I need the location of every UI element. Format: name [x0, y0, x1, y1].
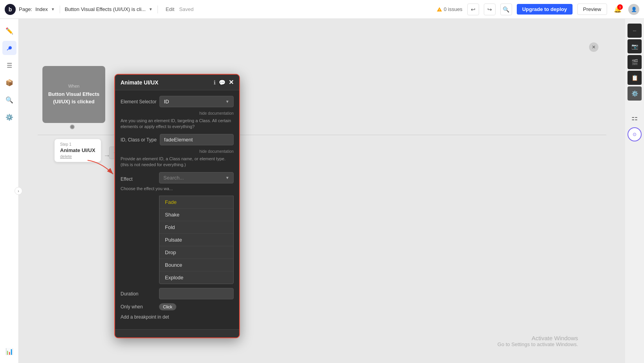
id-class-input[interactable] — [160, 134, 234, 145]
effect-option-bounce[interactable]: Bounce — [159, 259, 233, 271]
sidebar-collapse-button[interactable]: › — [15, 187, 22, 195]
page-selector[interactable]: Page: Index ▼ — [19, 6, 55, 12]
right-circle-button[interactable]: ⊙ — [628, 127, 642, 141]
preview-button[interactable]: Preview — [577, 4, 607, 15]
duration-input[interactable] — [159, 288, 234, 299]
duration-control — [159, 288, 234, 299]
warning-icon — [437, 7, 442, 12]
effect-search-dropdown[interactable]: Search... ▼ — [159, 172, 234, 183]
user-avatar[interactable]: 👤 — [628, 4, 639, 15]
animate-uiux-modal: Animate UI/UX ℹ 💬 ✕ Element Selector ID … — [114, 74, 240, 338]
effect-option-drop[interactable]: Drop — [159, 246, 233, 259]
page-name: Index — [35, 6, 48, 12]
right-apps-button[interactable]: ⚏ — [628, 111, 642, 125]
step-delete-link[interactable]: delete — [60, 154, 95, 159]
edit-label: Edit — [166, 6, 174, 12]
element-selector-dropdown[interactable]: ID ▼ — [159, 96, 234, 107]
when-block: When Button Visual Effects (UI/UX) is cl… — [42, 66, 105, 123]
sidebar-item-pen[interactable]: ✏️ — [2, 24, 16, 38]
modal-close-button[interactable]: ✕ — [229, 79, 234, 86]
comment-icon[interactable]: 💬 — [219, 79, 225, 86]
windows-line1: Activate Windows — [498, 335, 578, 341]
sidebar-item-analytics[interactable]: 📊 — [2, 344, 16, 358]
hide-doc-2[interactable]: hide documentation — [121, 149, 234, 154]
right-tool-video[interactable]: 🎬 — [628, 55, 642, 69]
effect-option-shake[interactable]: Shake — [159, 209, 233, 221]
saved-status: Saved — [179, 6, 194, 12]
deploy-button[interactable]: Upgrade to deploy — [517, 4, 573, 15]
id-class-label: ID, Class or Type — [121, 134, 157, 143]
redo-button[interactable]: ↪ — [484, 4, 496, 15]
effect-option-fold[interactable]: Fold — [159, 221, 233, 234]
search-button[interactable]: 🔍 — [500, 4, 512, 15]
windows-activate: Activate Windows Go to Settings to activ… — [498, 335, 578, 347]
undo-button[interactable]: ↩ — [467, 4, 479, 15]
notifications-button[interactable]: 🔔 1 — [612, 4, 624, 15]
modal-header: Animate UI/UX ℹ 💬 ✕ — [115, 75, 239, 90]
doc-text-1: Are you using an element ID, targeting a… — [121, 118, 234, 130]
click-badge[interactable]: Click — [159, 303, 176, 310]
canvas-close-button[interactable]: ✕ — [589, 42, 598, 52]
topbar-divider-2 — [157, 6, 158, 13]
project-selector[interactable]: Button Visual Effects (UI/UX) is cli... … — [65, 6, 153, 12]
step-block: Step 1 Animate UI/UX delete — [54, 139, 101, 162]
topbar-right: 0 issues ↩ ↪ 🔍 Upgrade to deploy Preview… — [437, 4, 639, 15]
project-name: Button Visual Effects (UI/UX) is cli... — [65, 6, 146, 12]
id-class-row: ID, Class or Type — [121, 134, 234, 145]
modal-title: Animate UI/UX — [121, 79, 158, 86]
issues-indicator[interactable]: 0 issues — [437, 6, 463, 12]
only-when-row: Only when Click — [121, 303, 234, 310]
element-selector-label: Element Selector — [121, 96, 156, 104]
element-selector-value: ID — [164, 99, 169, 104]
modal-footer — [115, 329, 239, 337]
doc-text-2: Provide an element ID, a Class name, or … — [121, 156, 234, 168]
sidebar-item-interactions[interactable] — [2, 41, 16, 55]
effect-search-placeholder: Search... — [163, 175, 184, 181]
hide-doc-1[interactable]: hide documentation — [121, 111, 234, 116]
page-label: Page: — [19, 6, 32, 12]
sidebar-item-layers[interactable]: ☰ — [2, 58, 16, 72]
when-label: When — [68, 84, 80, 88]
info-icon[interactable]: ℹ — [214, 79, 216, 86]
interactions-icon — [6, 44, 13, 51]
breakpoint-row: Add a breakpoint in det — [121, 314, 234, 320]
sidebar-item-components[interactable]: 📦 — [2, 75, 16, 90]
effect-dropdown-arrow: ▼ — [225, 176, 229, 180]
page-dropdown-icon[interactable]: ▼ — [51, 7, 55, 11]
sidebar-item-search[interactable]: 🔍 — [2, 93, 16, 107]
windows-line2: Go to Settings to activate Windows. — [498, 341, 578, 347]
right-mini-tools: ··· 📷 🎬 📋 ⚙️ — [628, 24, 642, 101]
effect-row: Effect Search... ▼ — [121, 172, 234, 183]
step-label: Step 1 — [60, 142, 95, 147]
right-tool-settings[interactable]: ⚙️ — [628, 86, 642, 101]
app-logo[interactable]: b — [5, 4, 16, 15]
notif-badge: 1 — [617, 4, 623, 10]
topbar: b Page: Index ▼ Button Visual Effects (U… — [0, 0, 644, 19]
connector-dot — [70, 125, 75, 129]
right-mini-sidebar: ··· 📷 🎬 📋 ⚙️ ⚏ ⊙ — [625, 19, 644, 363]
duration-row: Duration — [121, 288, 234, 299]
breakpoint-label: Add a breakpoint in det — [121, 314, 169, 320]
right-tool-camera[interactable]: 📷 — [628, 39, 642, 53]
when-text: Button Visual Effects (UI/UX) is clicked — [42, 91, 105, 105]
only-when-label: Only when — [121, 304, 156, 310]
effect-option-fade[interactable]: Fade — [159, 196, 233, 209]
choose-effect-text: Choose the effect you wa... — [121, 186, 234, 192]
step-name: Animate UI/UX — [60, 147, 95, 153]
effect-option-explode[interactable]: Explode — [159, 271, 233, 284]
modal-body: Element Selector ID ▼ hide documentation… — [115, 90, 239, 329]
effect-dropdown-list: Fade Shake Fold Pulsate Drop Bounce Expl… — [159, 196, 234, 284]
element-selector-control: ID ▼ — [159, 96, 234, 107]
issues-count: 0 issues — [444, 6, 463, 12]
modal-header-icons: ℹ 💬 ✕ — [214, 79, 234, 86]
left-sidebar: ✏️ ☰ 📦 🔍 ⚙️ 📊 › — [0, 19, 19, 363]
effect-section: Effect Search... ▼ Choose the effect you… — [121, 172, 234, 284]
sidebar-item-settings[interactable]: ⚙️ — [2, 110, 16, 124]
right-tool-expand[interactable]: ··· — [628, 24, 642, 38]
element-selector-arrow: ▼ — [225, 99, 229, 104]
duration-label: Duration — [121, 288, 156, 297]
main-canvas: ✕ When Button Visual Effects (UI/UX) is … — [19, 19, 625, 363]
project-dropdown-icon[interactable]: ▼ — [149, 7, 153, 11]
right-tool-screen[interactable]: 📋 — [628, 71, 642, 85]
effect-option-pulsate[interactable]: Pulsate — [159, 234, 233, 246]
